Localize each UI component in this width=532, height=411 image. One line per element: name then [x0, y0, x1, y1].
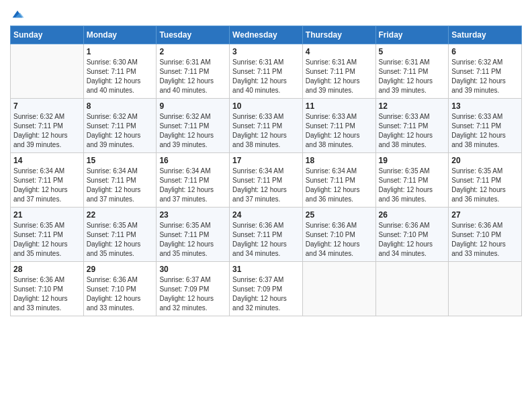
day-detail: Sunrise: 6:33 AM Sunset: 7:11 PM Dayligh…: [451, 112, 519, 150]
day-detail: Sunrise: 6:34 AM Sunset: 7:11 PM Dayligh…: [306, 167, 373, 204]
calendar-cell: 11Sunrise: 6:33 AM Sunset: 7:11 PM Dayli…: [302, 99, 375, 153]
header-cell-sunday: Sunday: [11, 26, 84, 44]
header-cell-friday: Friday: [375, 26, 449, 44]
day-number: 18: [306, 156, 373, 165]
day-detail: Sunrise: 6:35 AM Sunset: 7:11 PM Dayligh…: [159, 221, 226, 259]
day-number: 20: [451, 156, 519, 165]
calendar-cell: 6Sunrise: 6:32 AM Sunset: 7:11 PM Daylig…: [449, 44, 522, 99]
calendar-cell: 19Sunrise: 6:35 AM Sunset: 7:11 PM Dayli…: [375, 153, 449, 208]
calendar-week-5: 28Sunrise: 6:36 AM Sunset: 7:10 PM Dayli…: [11, 262, 522, 316]
calendar-cell: 21Sunrise: 6:35 AM Sunset: 7:11 PM Dayli…: [11, 208, 84, 262]
calendar-cell: [449, 262, 522, 316]
calendar-cell: 30Sunrise: 6:37 AM Sunset: 7:09 PM Dayli…: [157, 262, 230, 316]
calendar-cell: 3Sunrise: 6:31 AM Sunset: 7:11 PM Daylig…: [230, 44, 303, 99]
day-number: 12: [379, 101, 446, 111]
calendar-cell: 15Sunrise: 6:34 AM Sunset: 7:11 PM Dayli…: [83, 153, 157, 208]
day-number: 4: [306, 47, 373, 56]
calendar-cell: 24Sunrise: 6:36 AM Sunset: 7:11 PM Dayli…: [230, 208, 303, 262]
day-detail: Sunrise: 6:32 AM Sunset: 7:11 PM Dayligh…: [13, 112, 81, 150]
calendar-header: SundayMondayTuesdayWednesdayThursdayFrid…: [11, 26, 522, 44]
header-cell-saturday: Saturday: [449, 26, 522, 44]
day-number: 16: [159, 156, 226, 165]
calendar-cell: 29Sunrise: 6:36 AM Sunset: 7:10 PM Dayli…: [83, 262, 157, 316]
day-number: 29: [87, 265, 154, 274]
day-number: 11: [306, 101, 373, 111]
day-number: 7: [13, 101, 81, 111]
day-number: 14: [13, 156, 81, 165]
day-number: 23: [159, 210, 226, 220]
day-detail: Sunrise: 6:35 AM Sunset: 7:11 PM Dayligh…: [13, 221, 81, 259]
day-detail: Sunrise: 6:36 AM Sunset: 7:10 PM Dayligh…: [379, 221, 446, 259]
day-number: 21: [13, 210, 81, 220]
calendar-cell: 25Sunrise: 6:36 AM Sunset: 7:10 PM Dayli…: [302, 208, 375, 262]
calendar-week-1: 1Sunrise: 6:30 AM Sunset: 7:11 PM Daylig…: [11, 44, 522, 99]
day-number: 6: [451, 47, 519, 56]
day-detail: Sunrise: 6:36 AM Sunset: 7:10 PM Dayligh…: [87, 275, 154, 313]
calendar-week-4: 21Sunrise: 6:35 AM Sunset: 7:11 PM Dayli…: [11, 208, 522, 262]
day-detail: Sunrise: 6:36 AM Sunset: 7:10 PM Dayligh…: [451, 221, 519, 259]
day-number: 5: [379, 47, 446, 56]
day-detail: Sunrise: 6:34 AM Sunset: 7:11 PM Dayligh…: [87, 167, 154, 204]
day-detail: Sunrise: 6:34 AM Sunset: 7:11 PM Dayligh…: [159, 167, 226, 204]
day-number: 27: [451, 210, 519, 220]
day-detail: Sunrise: 6:35 AM Sunset: 7:11 PM Dayligh…: [451, 167, 519, 204]
day-number: 8: [87, 101, 154, 111]
calendar-cell: 5Sunrise: 6:31 AM Sunset: 7:11 PM Daylig…: [375, 44, 449, 99]
day-detail: Sunrise: 6:32 AM Sunset: 7:11 PM Dayligh…: [159, 112, 226, 150]
calendar-cell: 31Sunrise: 6:37 AM Sunset: 7:09 PM Dayli…: [230, 262, 303, 316]
day-number: 17: [232, 156, 300, 165]
day-detail: Sunrise: 6:30 AM Sunset: 7:11 PM Dayligh…: [87, 58, 154, 95]
day-detail: Sunrise: 6:32 AM Sunset: 7:11 PM Dayligh…: [451, 58, 519, 95]
day-detail: Sunrise: 6:35 AM Sunset: 7:11 PM Dayligh…: [379, 167, 446, 204]
day-number: 22: [87, 210, 154, 220]
day-detail: Sunrise: 6:31 AM Sunset: 7:11 PM Dayligh…: [306, 58, 373, 95]
day-number: 15: [87, 156, 154, 165]
day-detail: Sunrise: 6:36 AM Sunset: 7:11 PM Dayligh…: [232, 221, 300, 259]
header-cell-wednesday: Wednesday: [230, 26, 303, 44]
day-detail: Sunrise: 6:36 AM Sunset: 7:10 PM Dayligh…: [306, 221, 373, 259]
header-cell-tuesday: Tuesday: [157, 26, 230, 44]
day-number: 28: [13, 265, 81, 274]
day-detail: Sunrise: 6:33 AM Sunset: 7:11 PM Dayligh…: [306, 112, 373, 150]
day-number: 30: [159, 265, 226, 274]
day-number: 10: [232, 101, 300, 111]
calendar-cell: 17Sunrise: 6:34 AM Sunset: 7:11 PM Dayli…: [230, 153, 303, 208]
calendar-cell: [375, 262, 449, 316]
day-number: 24: [232, 210, 300, 220]
day-number: 13: [451, 101, 519, 111]
day-number: 2: [159, 47, 226, 56]
calendar-cell: 26Sunrise: 6:36 AM Sunset: 7:10 PM Dayli…: [375, 208, 449, 262]
calendar-cell: 14Sunrise: 6:34 AM Sunset: 7:11 PM Dayli…: [11, 153, 84, 208]
calendar-cell: 13Sunrise: 6:33 AM Sunset: 7:11 PM Dayli…: [449, 99, 522, 153]
calendar-cell: [302, 262, 375, 316]
header-row: SundayMondayTuesdayWednesdayThursdayFrid…: [11, 26, 522, 44]
calendar-cell: 1Sunrise: 6:30 AM Sunset: 7:11 PM Daylig…: [83, 44, 157, 99]
logo: [10, 7, 28, 21]
day-detail: Sunrise: 6:36 AM Sunset: 7:10 PM Dayligh…: [13, 275, 81, 313]
calendar-cell: 18Sunrise: 6:34 AM Sunset: 7:11 PM Dayli…: [302, 153, 375, 208]
day-number: 19: [379, 156, 446, 165]
calendar-cell: 16Sunrise: 6:34 AM Sunset: 7:11 PM Dayli…: [157, 153, 230, 208]
calendar-table: SundayMondayTuesdayWednesdayThursdayFrid…: [10, 26, 522, 316]
day-detail: Sunrise: 6:33 AM Sunset: 7:11 PM Dayligh…: [232, 112, 300, 150]
day-detail: Sunrise: 6:35 AM Sunset: 7:11 PM Dayligh…: [87, 221, 154, 259]
header-cell-monday: Monday: [83, 26, 157, 44]
calendar-week-3: 14Sunrise: 6:34 AM Sunset: 7:11 PM Dayli…: [11, 153, 522, 208]
day-detail: Sunrise: 6:37 AM Sunset: 7:09 PM Dayligh…: [159, 275, 226, 313]
calendar-cell: 9Sunrise: 6:32 AM Sunset: 7:11 PM Daylig…: [157, 99, 230, 153]
day-number: 9: [159, 101, 226, 111]
calendar-cell: 28Sunrise: 6:36 AM Sunset: 7:10 PM Dayli…: [11, 262, 84, 316]
calendar-cell: 4Sunrise: 6:31 AM Sunset: 7:11 PM Daylig…: [302, 44, 375, 99]
day-detail: Sunrise: 6:31 AM Sunset: 7:11 PM Dayligh…: [232, 58, 300, 95]
calendar-week-2: 7Sunrise: 6:32 AM Sunset: 7:11 PM Daylig…: [11, 99, 522, 153]
day-number: 1: [87, 47, 154, 56]
day-detail: Sunrise: 6:31 AM Sunset: 7:11 PM Dayligh…: [379, 58, 446, 95]
day-detail: Sunrise: 6:33 AM Sunset: 7:11 PM Dayligh…: [379, 112, 446, 150]
day-detail: Sunrise: 6:34 AM Sunset: 7:11 PM Dayligh…: [232, 167, 300, 204]
calendar-cell: 23Sunrise: 6:35 AM Sunset: 7:11 PM Dayli…: [157, 208, 230, 262]
calendar-cell: 12Sunrise: 6:33 AM Sunset: 7:11 PM Dayli…: [375, 99, 449, 153]
calendar-cell: 2Sunrise: 6:31 AM Sunset: 7:11 PM Daylig…: [157, 44, 230, 99]
logo-icon: [10, 7, 25, 21]
day-detail: Sunrise: 6:34 AM Sunset: 7:11 PM Dayligh…: [13, 167, 81, 204]
day-number: 31: [232, 265, 300, 274]
